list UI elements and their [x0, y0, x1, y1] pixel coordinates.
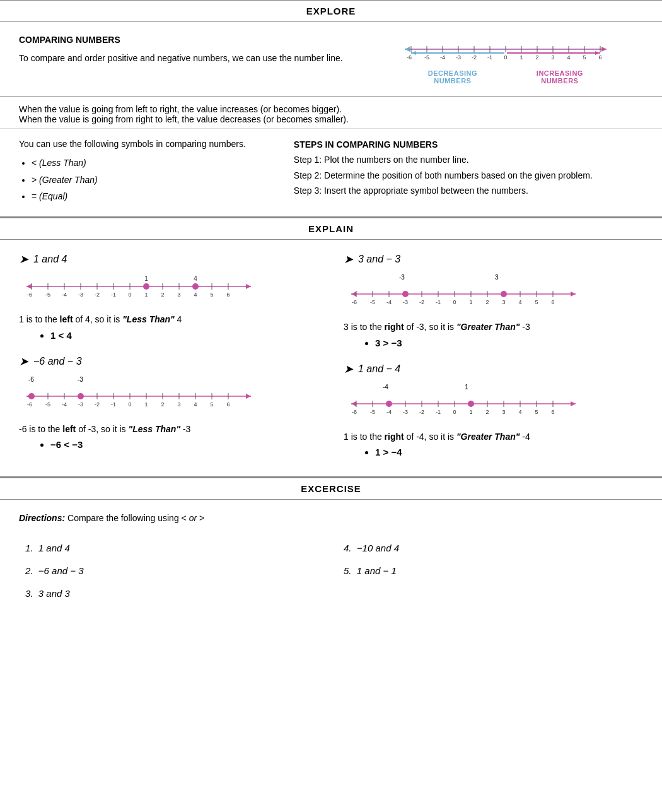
example3-result: 3 > −3: [375, 338, 643, 348]
svg-marker-30: [411, 51, 416, 55]
svg-text:-4: -4: [62, 291, 67, 298]
svg-text:5: 5: [535, 299, 538, 305]
svg-marker-130: [571, 401, 576, 406]
exercise-item-3: 3. 3 and 3: [19, 582, 325, 605]
svg-point-157: [386, 401, 392, 407]
line2: When the value is going from right to le…: [19, 114, 643, 124]
exercise-item-5: 5. 1 and − 1: [337, 560, 643, 582]
svg-text:-5: -5: [45, 291, 50, 298]
svg-text:6: 6: [226, 401, 229, 408]
increasing-label: INCREASINGNUMBERS: [537, 69, 583, 85]
symbol-equal: = (Equal): [32, 188, 269, 205]
directions-text: Directions: Compare the following using …: [19, 511, 643, 525]
svg-text:6: 6: [598, 54, 601, 61]
nl-3-neg3: -6 -5 -4 -3 -2 -1 0 1 2 3 4 5 6: [344, 283, 583, 313]
svg-text:2: 2: [485, 299, 489, 305]
example3-title: 3 and − 3: [358, 254, 400, 265]
svg-text:-2: -2: [419, 299, 424, 305]
svg-text:1: 1: [469, 299, 472, 305]
svg-text:-5: -5: [370, 299, 375, 305]
svg-point-62: [143, 283, 149, 290]
explore-left: COMPARING NUMBERS To compare and order p…: [19, 33, 349, 85]
explain-right: ➤ 3 and − 3 -3 3: [337, 252, 643, 464]
symbol-greater-than: > (Greater Than): [32, 172, 269, 189]
svg-text:4: 4: [518, 409, 521, 415]
svg-text:6: 6: [551, 299, 554, 305]
svg-point-64: [192, 283, 199, 290]
svg-text:3: 3: [502, 299, 505, 305]
example2-heading: ➤ −6 and − 3: [19, 355, 318, 368]
svg-text:4: 4: [518, 299, 521, 305]
svg-text:-3: -3: [403, 299, 408, 305]
svg-text:-1: -1: [111, 291, 116, 298]
arrow-right-2: ➤: [19, 355, 28, 368]
when-value-text: When the value is going from left to rig…: [0, 97, 662, 129]
svg-text:2: 2: [535, 54, 538, 61]
svg-text:1: 1: [469, 409, 472, 415]
svg-text:4: 4: [194, 401, 197, 408]
svg-text:-3: -3: [78, 401, 83, 408]
svg-text:4: 4: [567, 54, 570, 61]
svg-text:-1: -1: [487, 54, 492, 61]
svg-text:-2: -2: [95, 291, 100, 298]
svg-text:-5: -5: [424, 54, 429, 61]
exercise-col-left: 1. 1 and 4 2. −6 and − 3 3. 3 and 3: [19, 537, 325, 605]
step1: Step 1: Plot the numbers on the number l…: [294, 153, 643, 167]
svg-point-96: [78, 393, 84, 399]
svg-text:2: 2: [161, 291, 164, 298]
nl-1-4: -6 -5 -4 -3 -2 -1 0 1 2 3 4 5 6 1 4: [19, 275, 258, 305]
comparing-desc: To compare and order positive and negati…: [19, 52, 349, 65]
svg-text:-5: -5: [370, 409, 375, 415]
step3: Step 3: Insert the appropriate symbol be…: [294, 184, 643, 197]
svg-text:3: 3: [502, 409, 505, 415]
example4-title: 1 and − 4: [358, 363, 400, 375]
svg-text:0: 0: [128, 401, 131, 408]
decreasing-label: DECREASINGNUMBERS: [428, 69, 477, 85]
example4-heading: ➤ 1 and − 4: [344, 362, 643, 376]
svg-text:-4: -4: [62, 401, 67, 408]
svg-text:5: 5: [583, 54, 586, 61]
svg-marker-35: [246, 284, 251, 289]
svg-marker-34: [26, 284, 32, 289]
example1-result: 1 < 4: [50, 330, 318, 341]
directions-label: Directions:: [19, 513, 65, 523]
example2-result: −6 < −3: [50, 439, 318, 450]
svg-text:-6: -6: [27, 291, 32, 298]
explore-header: EXPLORE: [0, 0, 662, 22]
exercise-col-right: 4. −10 and 4 5. 1 and − 1: [337, 537, 643, 605]
example1-desc: 1 is to the left of 4, so it is "Less Th…: [19, 312, 318, 327]
example2-desc: -6 is to the left of -3, so it is "Less …: [19, 422, 318, 437]
svg-point-158: [468, 401, 474, 407]
arrow-right-1: ➤: [19, 252, 28, 266]
svg-text:4: 4: [194, 291, 197, 298]
svg-marker-68: [246, 394, 251, 399]
line1: When the value is going from left to rig…: [19, 104, 643, 114]
svg-point-126: [402, 291, 409, 297]
explore-right: -6 -5 -4 -3 -2 -1 0 1 2 3 4 5 6: [368, 33, 643, 85]
svg-marker-1: [405, 47, 410, 52]
example4-desc: 1 is to the right of -4, so it is "Great…: [344, 430, 643, 445]
svg-text:3: 3: [177, 401, 180, 408]
exercise-content: Directions: Compare the following using …: [0, 500, 662, 616]
svg-text:0: 0: [128, 291, 131, 298]
svg-text:5: 5: [210, 291, 213, 298]
explain-left: ➤ 1 and 4: [19, 252, 325, 464]
svg-text:1: 1: [144, 275, 148, 282]
example1-title: 1 and 4: [33, 254, 67, 265]
explore-symbols-steps: You can use the following symbols in com…: [0, 129, 662, 218]
symbols-list: < (Less Than) > (Greater Than) = (Equal): [19, 155, 269, 205]
symbols-section: You can use the following symbols in com…: [19, 138, 269, 205]
svg-text:1: 1: [144, 291, 148, 298]
svg-text:3: 3: [551, 54, 554, 61]
svg-text:-4: -4: [386, 409, 392, 415]
exercise-item-1: 1. 1 and 4: [19, 537, 325, 560]
comparing-title: COMPARING NUMBERS: [19, 33, 349, 47]
nl-1-neg4: -6 -5 -4 -3 -2 -1 0 1 2 3 4 5 6: [344, 392, 583, 423]
svg-point-95: [28, 393, 35, 399]
svg-text:2: 2: [161, 401, 164, 408]
exercise-item-4: 4. −10 and 4: [337, 537, 643, 560]
svg-text:0: 0: [453, 409, 456, 415]
svg-text:-4: -4: [386, 299, 392, 305]
svg-marker-129: [351, 401, 356, 406]
page: EXPLORE COMPARING NUMBERS To compare and…: [0, 0, 662, 616]
